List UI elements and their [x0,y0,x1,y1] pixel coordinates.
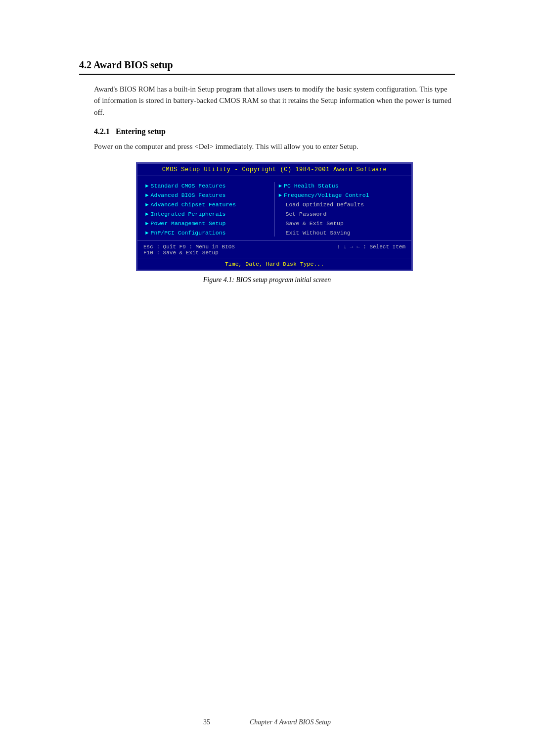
bios-left-item-text-5: PnP/PCI Configurations [151,230,226,236]
bios-right-item-0: ► PC Health Status [279,182,404,189]
page: 4.2 Award BIOS setup Award's BIOS ROM ha… [0,0,534,756]
bios-right-item-5: Exit Without Saving [279,229,404,236]
bios-screen-wrapper: CMOS Setup Utility - Copyright (C) 1984-… [94,162,455,271]
bios-left-item-5: ► PnP/PCI Configurations [145,229,270,236]
section-intro: Award's BIOS ROM has a built-in Setup pr… [94,84,455,118]
section-number: 4.2 [79,59,91,70]
bios-right-item-text-5: Exit Without Saving [286,230,351,236]
bios-right-item-text-0: PC Health Status [284,183,338,189]
bios-status-bar: Time, Date, Hard Disk Type... [137,258,411,270]
chapter-label: Chapter 4 Award BIOS Setup [250,718,331,726]
bios-left-item-1: ► Advanced BIOS Features [145,191,270,199]
arrow-icon-4: ► [145,221,149,227]
arrow-icon-5: ► [145,230,149,236]
bios-right-column: ► PC Health Status ► Frequency/Voltage C… [279,182,404,236]
bios-left-column: ► Standard CMOS Features ► Advanced BIOS… [145,182,270,236]
bios-title-bar: CMOS Setup Utility - Copyright (C) 1984-… [137,164,411,176]
arrow-icon-0: ► [145,183,149,189]
bios-left-item-3: ► Integrated Peripherals [145,210,270,218]
arrow-icon-2: ► [145,202,149,208]
bios-left-item-2: ► Advanced Chipset Features [145,201,270,208]
bios-left-item-text-0: Standard CMOS Features [151,183,226,189]
section-title: Award BIOS setup [93,59,173,70]
bios-col-divider [274,182,275,236]
bios-left-item-text-3: Integrated Peripherals [151,211,226,217]
bios-right-item-1: ► Frequency/Voltage Control [279,191,404,199]
subsection-number: 4.2.1 [94,127,110,136]
bios-right-item-text-2: Load Optimized Defaults [286,201,364,208]
page-footer: 35 Chapter 4 Award BIOS Setup [0,718,534,726]
figure-caption: Figure 4.1: BIOS setup program initial s… [79,276,455,284]
bios-right-item-text-3: Set Password [286,211,327,217]
page-number: 35 [203,718,210,726]
bios-right-item-text-1: Frequency/Voltage Control [284,192,369,198]
section-heading: 4.2 Award BIOS setup [79,59,455,75]
subsection-title: Entering setup [116,127,166,136]
bios-right-item-text-4: Save & Exit Setup [286,220,344,227]
arrow-icon-r0: ► [279,183,282,189]
bios-left-item-0: ► Standard CMOS Features [145,182,270,189]
bios-right-item-3: Set Password [279,210,404,218]
bios-left-item-text-4: Power Management Setup [151,220,226,227]
bios-footer-left: Esc : Quit F9 : Menu in BIOS F10 : Save … [143,244,235,256]
arrow-icon-1: ► [145,192,149,198]
subsection-heading: 4.2.1 Entering setup [94,127,455,136]
bios-content: ► Standard CMOS Features ► Advanced BIOS… [137,176,411,240]
bios-left-item-text-1: Advanced BIOS Features [151,192,226,198]
bios-left-item-4: ► Power Management Setup [145,220,270,227]
subsection-text: Power on the computer and press <Del> im… [94,141,455,152]
bios-right-item-2: Load Optimized Defaults [279,201,404,208]
bios-right-item-4: Save & Exit Setup [279,220,404,227]
bios-screen: CMOS Setup Utility - Copyright (C) 1984-… [136,162,413,271]
bios-footer-right: ↑ ↓ → ← : Select Item [337,244,405,256]
bios-left-item-text-2: Advanced Chipset Features [151,201,236,208]
arrow-icon-3: ► [145,211,149,217]
arrow-icon-r1: ► [279,192,282,198]
bios-footer: Esc : Quit F9 : Menu in BIOS F10 : Save … [137,240,411,258]
